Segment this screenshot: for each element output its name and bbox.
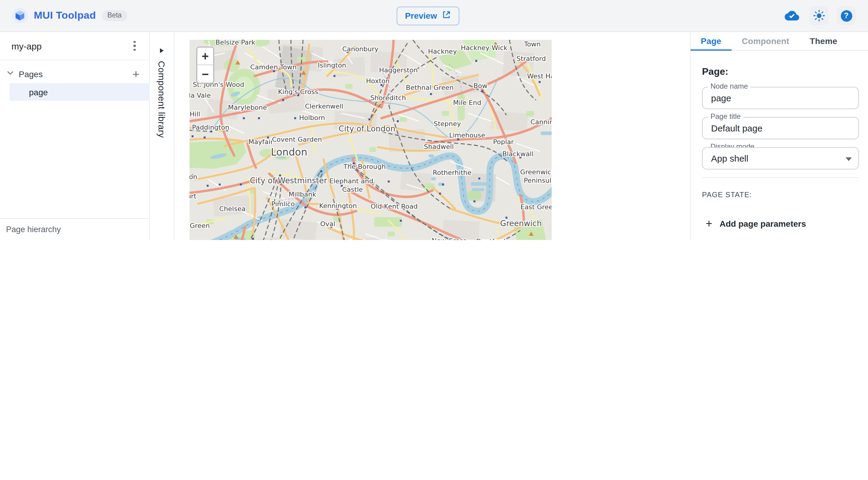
svg-text:Greenwich: Greenwich: [520, 168, 552, 176]
svg-text:on: on: [189, 173, 197, 181]
page-heading: Page:: [702, 66, 859, 77]
svg-text:Peninsula: Peninsula: [524, 177, 552, 184]
svg-text:Blackwall: Blackwall: [502, 150, 533, 158]
chevron-down-icon[interactable]: [5, 68, 15, 80]
app-name-row: my-app: [0, 32, 149, 60]
explorer-sidebar: my-app Pages + page Page hierarchy codeC…: [0, 32, 150, 240]
light-mode-icon[interactable]: [809, 6, 829, 25]
svg-text:Hackney Wick: Hackney Wick: [461, 44, 508, 52]
app-name: my-app: [11, 41, 42, 51]
zoom-out-button[interactable]: −: [197, 65, 213, 82]
svg-text:Mile End: Mile End: [453, 99, 482, 106]
pages-section-label: Pages: [19, 69, 42, 79]
svg-text:Hill: Hill: [190, 110, 200, 118]
display-mode-select[interactable]: App shell: [702, 147, 859, 169]
svg-text:Paddington: Paddington: [192, 124, 229, 131]
inspector-content: Page: Node name Page title Display mode …: [690, 50, 868, 240]
tab-theme[interactable]: Theme: [800, 32, 847, 50]
add-page-parameters-button[interactable]: + Add page parameters: [702, 215, 810, 232]
svg-text:Canonbury: Canonbury: [342, 45, 378, 53]
svg-text:Hackney: Hackney: [428, 48, 457, 55]
svg-text:Millbank: Millbank: [288, 191, 316, 198]
svg-text:Camden Town: Camden Town: [250, 63, 297, 71]
open-in-new-icon: [442, 10, 451, 21]
svg-text:City of London: City of London: [339, 124, 395, 133]
svg-text:Limehouse: Limehouse: [449, 132, 485, 139]
svg-text:City of Westminster: City of Westminster: [250, 176, 327, 185]
sidebar-item-page[interactable]: page: [10, 83, 150, 101]
svg-text:da Vale: da Vale: [189, 92, 211, 99]
main-layout: my-app Pages + page Page hierarchy codeC…: [0, 32, 868, 240]
svg-text:Old Kent Road: Old Kent Road: [371, 203, 418, 210]
zoom-in-button[interactable]: +: [197, 48, 213, 65]
toolpad-logo-icon: [12, 8, 28, 24]
svg-text:Kennington: Kennington: [319, 202, 357, 210]
component-library-strip[interactable]: Component library: [150, 32, 175, 240]
caret-right-icon[interactable]: [160, 48, 163, 53]
svg-text:East Gree: East Gree: [520, 203, 552, 211]
add-page-parameters-label: Add page parameters: [719, 218, 806, 228]
app-title: MUI Toolpad: [34, 10, 96, 22]
tab-component[interactable]: Component: [732, 32, 800, 50]
svg-text:New Cross: New Cross: [432, 237, 466, 240]
help-icon[interactable]: ?: [837, 6, 856, 25]
svg-text:Mayfair: Mayfair: [248, 138, 273, 146]
add-page-icon[interactable]: +: [131, 68, 141, 80]
svg-text:The Borough: The Borough: [343, 163, 386, 170]
svg-text:Pimlico: Pimlico: [271, 200, 295, 208]
page-hierarchy-section: Page hierarchy codeComponent_map: [0, 218, 149, 240]
display-mode-field: Display mode App shell: [702, 147, 859, 169]
preview-button[interactable]: Preview: [397, 6, 459, 25]
svg-text:Islington: Islington: [318, 62, 346, 69]
svg-text:Castle: Castle: [342, 186, 363, 193]
brand: MUI Toolpad Beta: [12, 8, 127, 24]
sidebar-item-label: page: [29, 87, 48, 97]
beta-badge: Beta: [102, 10, 127, 21]
svg-text:Shoreditch: Shoreditch: [370, 94, 406, 102]
page-state-label: PAGE STATE:: [702, 191, 859, 199]
svg-text:Marylebone: Marylebone: [228, 104, 267, 111]
dropdown-arrow-icon: [846, 158, 852, 161]
svg-text:Greenwich: Greenwich: [500, 219, 542, 228]
more-vert-icon[interactable]: [126, 37, 143, 54]
pages-section-header[interactable]: Pages +: [0, 67, 149, 81]
page-title-label: Page title: [708, 113, 743, 121]
page-hierarchy-label: Page hierarchy: [6, 225, 149, 234]
svg-text:Cannin: Cannin: [531, 118, 552, 126]
svg-text:King's Cross: King's Cross: [278, 88, 318, 96]
plus-icon: +: [706, 218, 712, 229]
svg-text:West Ha: West Ha: [527, 72, 552, 80]
header-actions: ?: [782, 6, 856, 25]
svg-text:Stepney: Stepney: [434, 120, 461, 128]
svg-text:Town: Town: [524, 40, 540, 48]
map-zoom-control: + −: [196, 46, 214, 84]
node-name-label: Node name: [708, 82, 750, 91]
svg-text:Camberwell: Camberwell: [348, 239, 388, 240]
svg-text:Hoxton: Hoxton: [366, 77, 390, 85]
svg-text:Elephant and: Elephant and: [329, 177, 373, 185]
svg-text:Clerkenwell: Clerkenwell: [305, 103, 343, 110]
svg-text:Chelsea: Chelsea: [219, 205, 245, 212]
app-header: MUI Toolpad Beta Preview: [0, 0, 868, 32]
tab-page[interactable]: Page: [690, 32, 732, 50]
svg-text:ourt: ourt: [189, 192, 196, 200]
inspector-panel: Page Component Theme Page: Node name Pag…: [690, 32, 868, 240]
page-title-field: Page title: [702, 117, 859, 139]
inspector-divider: [702, 177, 859, 178]
svg-text:Holborn: Holborn: [299, 114, 325, 122]
display-mode-value: App shell: [711, 153, 748, 163]
inspector-tabs: Page Component Theme: [690, 32, 868, 50]
preview-button-label: Preview: [405, 11, 437, 21]
svg-text:Shadwell: Shadwell: [424, 143, 454, 150]
svg-text:Green: Green: [190, 222, 210, 230]
svg-text:Haggerston: Haggerston: [379, 66, 418, 74]
page-canvas[interactable]: Belsize ParkCamden TownCanonburyIslingto…: [175, 32, 690, 240]
svg-text:Covent Garden: Covent Garden: [272, 136, 322, 143]
svg-text:Belsize Park: Belsize Park: [216, 40, 255, 46]
svg-text:Rotherhithe: Rotherhithe: [433, 169, 472, 176]
toolpad-app: MUI Toolpad Beta Preview: [0, 0, 868, 240]
cloud-done-icon[interactable]: [782, 6, 802, 25]
leaflet-map[interactable]: Belsize ParkCamden TownCanonburyIslingto…: [189, 40, 552, 240]
svg-text:Bow: Bow: [473, 82, 488, 90]
component-library-label[interactable]: Component library: [157, 61, 167, 138]
